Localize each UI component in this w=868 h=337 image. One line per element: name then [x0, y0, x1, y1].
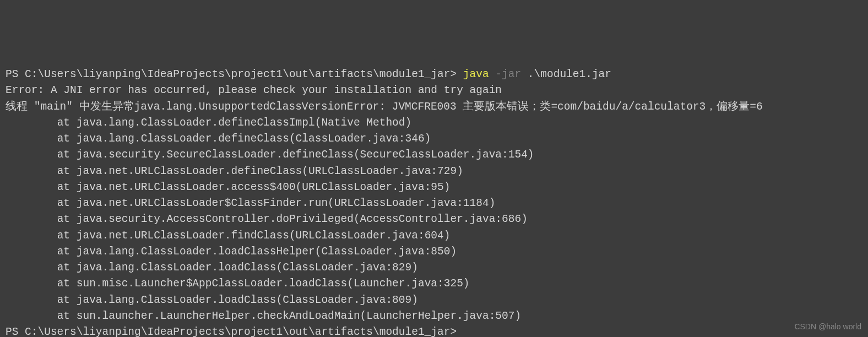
- stack-trace-line: at java.lang.ClassLoader.loadClass(Class…: [6, 262, 418, 274]
- stack-trace-line: at java.lang.ClassLoader.loadClassHelper…: [6, 246, 457, 258]
- stack-trace-line: at java.net.URLClassLoader.defineClass(U…: [6, 165, 463, 177]
- stack-trace-line: at java.net.URLClassLoader.findClass(URL…: [6, 230, 450, 242]
- watermark-text: CSDN @halo world: [794, 321, 861, 333]
- stack-trace-line: at java.security.AccessController.doPriv…: [6, 213, 528, 225]
- command-arg-jarfile: .\module1.jar: [521, 68, 611, 80]
- stack-trace-line: at sun.launcher.LauncherHelper.checkAndL…: [6, 310, 521, 322]
- stack-trace-line: at java.net.URLClassLoader$ClassFinder.r…: [6, 197, 495, 209]
- error-line-jni: Error: A JNI error has occurred, please …: [6, 84, 502, 96]
- stack-trace-line: at sun.misc.Launcher$AppClassLoader.load…: [6, 278, 470, 290]
- powershell-prompt-empty: PS C:\Users\liyanping\IdeaProjects\proje…: [6, 326, 457, 337]
- stack-trace-line: at java.security.SecureClassLoader.defin…: [6, 149, 534, 161]
- stack-trace-line: at java.net.URLClassLoader.access$400(UR…: [6, 181, 450, 193]
- error-line-exception: 线程 "main" 中发生异常java.lang.UnsupportedClas…: [6, 101, 763, 113]
- command-java: java: [463, 68, 489, 80]
- powershell-prompt: PS C:\Users\liyanping\IdeaProjects\proje…: [6, 68, 463, 80]
- stack-trace-line: at java.lang.ClassLoader.defineClass(Cla…: [6, 133, 431, 145]
- terminal-output[interactable]: PS C:\Users\liyanping\IdeaProjects\proje…: [6, 67, 862, 337]
- stack-trace-line: at java.lang.ClassLoader.defineClassImpl…: [6, 117, 411, 129]
- command-flag-jar: -jar: [489, 68, 522, 80]
- stack-trace-line: at java.lang.ClassLoader.loadClass(Class…: [6, 294, 418, 306]
